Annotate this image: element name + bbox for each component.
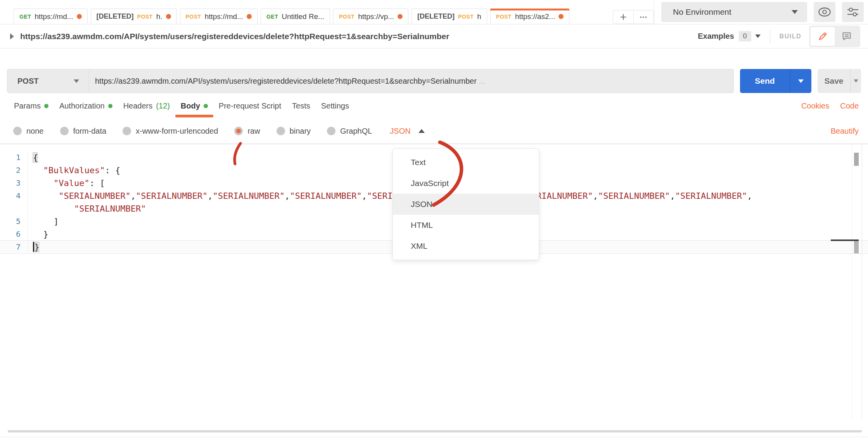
radio-label: x-www-form-urlencoded: [136, 127, 218, 136]
tab-method-label: POST: [186, 14, 201, 20]
green-dot-icon: [204, 104, 208, 108]
save-options-button[interactable]: [850, 69, 861, 93]
tab-method-label: POST: [339, 14, 354, 20]
unsaved-dot-icon: [558, 14, 564, 19]
tab-label: Body: [181, 102, 200, 110]
tab-authorization[interactable]: Authorization: [54, 93, 118, 119]
radio-circle-icon: [277, 127, 285, 135]
new-tab-button[interactable]: +: [613, 10, 633, 24]
page-bottom-border: [0, 437, 868, 437]
send-button[interactable]: Send: [740, 76, 790, 86]
tab-title: h.: [156, 12, 163, 21]
tab-method-label: POST: [137, 14, 153, 20]
radio-circle-icon: [123, 127, 131, 135]
unsaved-dot-icon: [166, 14, 171, 19]
comment-icon: [841, 31, 852, 42]
code-content: "Value": [: [28, 177, 105, 189]
unsaved-dot-icon: [247, 14, 252, 19]
dropdown-item-javascript[interactable]: JavaScript: [393, 173, 539, 194]
tab-label: Pre-request Script: [219, 102, 281, 110]
json-punctuation: : [: [90, 178, 105, 188]
line-number: 7: [0, 241, 28, 253]
radio-raw[interactable]: raw: [234, 127, 260, 136]
line-number: 2: [0, 164, 28, 177]
json-punctuation: }: [33, 229, 48, 239]
examples-label[interactable]: Examples: [698, 32, 734, 41]
environment-area: No Environment: [654, 0, 868, 24]
top-tab-bar: GEThttps://md...[DELETED]POSTh.POSThttps…: [0, 0, 868, 24]
request-tab[interactable]: POSThttps://vp...: [333, 9, 408, 24]
request-tab[interactable]: GETUntitled Re...: [261, 9, 330, 24]
method-selector[interactable]: POST: [7, 69, 89, 93]
edit-mode-button[interactable]: [811, 27, 835, 46]
json-punctuation: ,: [362, 191, 367, 201]
beautify-link[interactable]: Beautify: [831, 127, 859, 136]
environment-quick-look-button[interactable]: [814, 2, 835, 22]
dropdown-item-json[interactable]: JSON: [393, 194, 539, 215]
tab-headers[interactable]: Headers(12): [118, 93, 175, 119]
request-tabs-links: Cookies Code: [801, 102, 859, 110]
more-tabs-button[interactable]: •••: [633, 10, 654, 24]
environment-selector[interactable]: No Environment: [661, 2, 807, 22]
editor-annotation-marker[interactable]: [854, 239, 859, 253]
cookies-link[interactable]: Cookies: [801, 102, 829, 110]
request-tab[interactable]: GEThttps://md...: [14, 9, 88, 24]
code-link[interactable]: Code: [840, 102, 859, 110]
request-tab[interactable]: POSThttps://md...: [180, 9, 258, 24]
dropdown-item-text[interactable]: Text: [393, 152, 539, 173]
unsaved-dot-icon: [398, 14, 403, 19]
tab-deleted-label: [DELETED]: [417, 12, 455, 21]
radio-form-data[interactable]: form-data: [60, 127, 107, 136]
tab-body[interactable]: Body: [175, 93, 213, 119]
sliders-icon: [847, 7, 859, 17]
horizontal-scrollbar[interactable]: [8, 430, 862, 432]
save-button[interactable]: Save: [818, 76, 850, 86]
headers-count: (12): [156, 102, 170, 110]
chevron-down-icon: [854, 79, 858, 83]
chevron-down-icon[interactable]: [755, 34, 761, 38]
editor-scrollbar-thumb[interactable]: [854, 153, 859, 166]
tab-pre-request-script[interactable]: Pre-request Script: [213, 93, 287, 119]
tab-method-label: GET: [266, 14, 278, 20]
url-builder-row: POST https://as239.awmdm.com/API/system/…: [0, 48, 868, 93]
json-punctuation: ,: [207, 191, 213, 201]
radio-binary[interactable]: binary: [277, 127, 311, 136]
url-bar: POST https://as239.awmdm.com/API/system/…: [7, 69, 734, 93]
tab-method-label: GET: [19, 14, 31, 20]
tab-settings[interactable]: Settings: [316, 93, 354, 119]
chevron-down-icon: [798, 79, 804, 83]
settings-button[interactable]: [842, 2, 864, 22]
tab-title: https://as2...: [515, 12, 555, 21]
chevron-up-icon: [418, 129, 425, 133]
chevron-down-icon: [74, 79, 79, 83]
editor-right-border: [862, 144, 862, 419]
json-punctuation: ]: [33, 217, 59, 226]
json-punctuation: : {: [105, 165, 120, 175]
format-selected-label: JSON: [390, 127, 410, 136]
code-content: }: [28, 241, 40, 253]
request-tab[interactable]: [DELETED]POSTh: [412, 9, 487, 24]
request-tab[interactable]: [DELETED]POSTh.: [91, 9, 177, 24]
comments-button[interactable]: [835, 27, 859, 46]
json-string: "SERIALNUMBER": [675, 191, 747, 201]
radio-none[interactable]: none: [13, 127, 44, 136]
tab-params[interactable]: Params: [9, 93, 54, 119]
send-options-button[interactable]: [790, 69, 811, 93]
tab-tests[interactable]: Tests: [287, 93, 316, 119]
build-mode-label: BUILD: [780, 33, 801, 40]
url-value: https://as239.awmdm.com/API/system/users…: [95, 77, 477, 85]
json-punctuation: {: [33, 153, 38, 162]
url-input[interactable]: https://as239.awmdm.com/API/system/users…: [89, 77, 733, 86]
radio-GraphQL[interactable]: GraphQL: [327, 127, 372, 136]
url-ellipsis: ...: [479, 77, 486, 85]
tab-label: Tests: [292, 102, 310, 110]
format-dropdown-trigger[interactable]: JSON: [390, 127, 424, 136]
json-string: "Value": [54, 178, 90, 188]
dropdown-item-html[interactable]: HTML: [393, 215, 539, 236]
dropdown-item-xml[interactable]: XML: [393, 236, 539, 257]
request-tab[interactable]: POSThttps://as2...: [490, 9, 570, 24]
environment-selected-label: No Environment: [673, 7, 731, 17]
radio-x-www-form-urlencoded[interactable]: x-www-form-urlencoded: [123, 127, 218, 136]
collapse-chevron-icon[interactable]: [10, 33, 14, 40]
method-label: POST: [17, 77, 38, 86]
